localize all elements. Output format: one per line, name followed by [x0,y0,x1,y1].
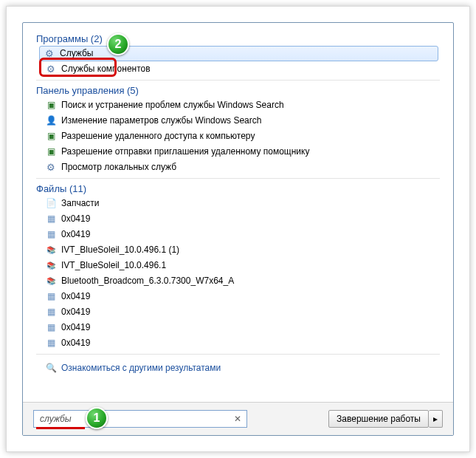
search-results-area: Программы (2) ⚙ Службы ⚙ Службы компонен… [23,23,453,402]
reg-icon: ▦ [45,291,57,303]
result-label: Bluetooth_Broadcom_6.3.0.7300_W7x64_A [61,275,234,287]
result-label: 0x0419 [61,321,90,334]
result-label: 0x0419 [61,213,90,225]
gear-icon: ⚙ [44,48,55,60]
result-label: Запчасти [61,197,100,210]
result-file-0[interactable]: 📄 Запчасти [41,196,440,211]
result-label: 0x0419 [61,228,90,241]
result-file-2[interactable]: ▦ 0x0419 [41,227,440,242]
search-icon: 🔍 [45,362,57,374]
result-file-3[interactable]: 📚 IVT_BlueSoleil_10.0.496.1 (1) [41,242,440,258]
reg-icon: ▦ [45,307,57,318]
shutdown-button-group: Завершение работы ▸ [328,410,443,428]
result-file-7[interactable]: ▦ 0x0419 [41,304,440,320]
word-icon: 📄 [45,198,57,210]
control-panel-icon: ▣ [45,100,57,112]
archive-icon: 📚 [45,276,57,287]
search-input[interactable] [33,410,247,428]
result-label: Службы компонентов [61,63,151,75]
see-more-results[interactable]: 🔍 Ознакомиться с другими результатами [45,362,440,374]
result-label: 0x0419 [61,337,90,349]
clear-search-icon[interactable]: ✕ [231,414,244,424]
result-file-6[interactable]: ▦ 0x0419 [41,289,440,304]
see-more-label: Ознакомиться с другими результатами [61,363,221,373]
shutdown-menu-button[interactable]: ▸ [429,410,443,428]
control-panel-icon: ▣ [45,146,57,158]
result-file-5[interactable]: 📚 Bluetooth_Broadcom_6.3.0.7300_W7x64_A [41,273,440,289]
result-label: Разрешение удаленного доступа к компьюте… [61,130,255,143]
result-cp-0[interactable]: ▣ Поиск и устранение проблем службы Wind… [41,98,440,113]
reg-icon: ▦ [45,213,57,225]
gear-icon: ⚙ [45,162,57,174]
result-programs-0[interactable]: ⚙ Службы [39,46,438,61]
reg-icon: ▦ [45,229,57,241]
user-icon: 👤 [45,115,57,127]
start-menu-search-panel: Программы (2) ⚙ Службы ⚙ Службы компонен… [22,22,454,436]
result-cp-2[interactable]: ▣ Разрешение удаленного доступа к компью… [41,129,440,144]
chevron-right-icon: ▸ [433,414,438,424]
result-label: Изменение параметров службы Windows Sear… [61,115,261,127]
result-label: Службы [60,47,93,60]
reg-icon: ▦ [45,322,57,334]
divider [36,354,440,355]
result-file-9[interactable]: ▦ 0x0419 [41,335,440,351]
result-programs-1[interactable]: ⚙ Службы компонентов [41,61,440,77]
result-label: IVT_BlueSoleil_10.0.496.1 [61,259,166,272]
result-label: Разрешение отправки приглашения удаленно… [61,146,309,158]
result-label: 0x0419 [61,290,90,303]
archive-icon: 📚 [45,260,57,272]
divider [36,80,440,81]
annotation-underline [36,427,85,429]
archive-icon: 📚 [45,245,57,256]
reg-icon: ▦ [45,338,57,349]
shutdown-button[interactable]: Завершение работы [328,410,429,428]
category-programs-title: Программы (2) [36,33,440,44]
shutdown-label: Завершение работы [337,414,421,424]
result-file-1[interactable]: ▦ 0x0419 [41,211,440,227]
result-file-4[interactable]: 📚 IVT_BlueSoleil_10.0.496.1 [41,258,440,273]
category-controlpanel-title: Панель управления (5) [36,85,440,96]
search-box-wrap: ✕ [33,410,247,428]
result-cp-4[interactable]: ⚙ Просмотр локальных служб [41,160,440,175]
result-cp-1[interactable]: 👤 Изменение параметров службы Windows Se… [41,113,440,129]
category-files-title: Файлы (11) [36,183,440,194]
result-label: Просмотр локальных служб [61,161,176,174]
gear-icon: ⚙ [45,64,57,75]
control-panel-icon: ▣ [45,131,57,143]
result-label: Поиск и устранение проблем службы Window… [61,99,284,112]
result-label: 0x0419 [61,306,90,318]
start-menu-footer: ✕ Завершение работы ▸ [23,402,453,435]
result-file-8[interactable]: ▦ 0x0419 [41,320,440,335]
result-cp-3[interactable]: ▣ Разрешение отправки приглашения удален… [41,144,440,160]
divider [36,178,440,179]
result-label: IVT_BlueSoleil_10.0.496.1 (1) [61,244,179,256]
